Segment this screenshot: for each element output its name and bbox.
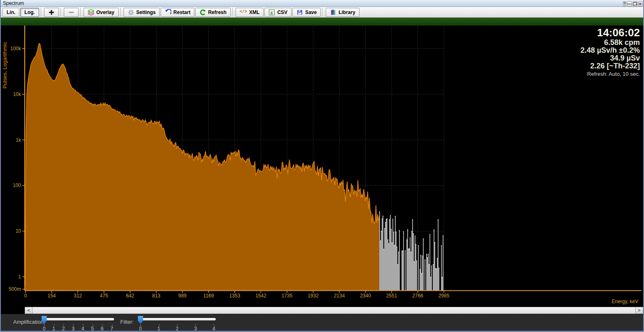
- svg-text:2985: 2985: [439, 293, 450, 299]
- plus-icon: [48, 9, 55, 16]
- svg-text:1735: 1735: [282, 293, 293, 299]
- spectrum-plot-area[interactable]: 0154312475642813989116913531542173519322…: [1, 26, 643, 307]
- log-button-label: Log.: [24, 9, 35, 15]
- svg-text:1: 1: [18, 274, 21, 280]
- scrollbar-thumb[interactable]: [33, 307, 635, 314]
- y-axis-title: Pulses, Logarithmic: [2, 42, 8, 89]
- slider-tick-label: 4: [80, 326, 86, 332]
- svg-text:312: 312: [74, 293, 82, 299]
- slider-tick-label: 5: [90, 326, 96, 332]
- window-title: Spectrum: [1, 0, 623, 7]
- zoom-in-button[interactable]: [44, 8, 59, 17]
- filter-slider-track[interactable]: [138, 318, 216, 320]
- restore-button[interactable]: ❐: [633, 1, 637, 7]
- svg-text:1k: 1k: [16, 137, 21, 143]
- slider-tick-label: 2: [61, 326, 66, 332]
- svg-text:100: 100: [13, 182, 21, 188]
- settings-button[interactable]: Settings: [124, 8, 160, 17]
- zoom-out-button[interactable]: [64, 8, 79, 17]
- save-button-label: Save: [305, 9, 317, 15]
- lin-button[interactable]: Lin.: [2, 8, 19, 17]
- header-strip: [1, 18, 643, 26]
- log-button[interactable]: Log.: [20, 8, 39, 17]
- filter-slider[interactable]: 01234: [138, 314, 216, 331]
- amplification-slider-track[interactable]: [42, 318, 114, 320]
- slider-tick-label: 2: [174, 326, 180, 332]
- svg-text:500m: 500m: [9, 286, 21, 292]
- svg-text:2551: 2551: [386, 293, 397, 299]
- svg-text:475: 475: [100, 293, 108, 299]
- x-axis-title: Energy, keV: [612, 299, 638, 304]
- svg-text:2340: 2340: [360, 293, 371, 299]
- amplification-label: Amplification:: [13, 319, 45, 325]
- spreadsheet-icon: X: [268, 9, 275, 16]
- svg-text:1542: 1542: [255, 293, 266, 299]
- csv-button[interactable]: XCSV: [264, 8, 292, 17]
- svg-text:0: 0: [24, 293, 27, 299]
- scroll-left-button[interactable]: <: [25, 307, 33, 314]
- floppy-icon: [296, 9, 303, 16]
- amplification-slider[interactable]: 01234567: [42, 314, 114, 331]
- library-button-label: Library: [338, 9, 355, 15]
- horizontal-scrollbar: < >: [1, 307, 643, 314]
- settings-button-label: Settings: [136, 9, 156, 15]
- gear-icon: [128, 9, 134, 16]
- refresh-arrow-icon: [199, 9, 206, 16]
- layers-icon: [88, 9, 94, 16]
- slider-tick-label: 3: [193, 326, 198, 332]
- window-controls: ?—❐✕: [623, 0, 643, 7]
- svg-text:154: 154: [47, 293, 56, 299]
- slider-tick-label: 1: [51, 326, 57, 332]
- readout-isotope: 2.26 [~Th-232]: [581, 62, 640, 70]
- library-button[interactable]: Library: [326, 8, 359, 17]
- save-button[interactable]: Save: [292, 8, 321, 17]
- overlay-button[interactable]: Overlay: [84, 8, 119, 17]
- book-icon: [330, 9, 336, 16]
- svg-text:1932: 1932: [308, 293, 319, 299]
- restart-button[interactable]: Restart: [161, 8, 194, 17]
- close-button[interactable]: ✕: [638, 1, 642, 7]
- toolbar-separator: [41, 8, 42, 16]
- svg-text:2766: 2766: [412, 293, 423, 299]
- minimize-button[interactable]: —: [627, 1, 632, 7]
- refresh-button-label: Refresh: [208, 9, 226, 15]
- toolbar: Lin.Log.OverlaySettingsRestartRefresh</>…: [1, 7, 643, 18]
- slider-tick-label: 7: [109, 326, 115, 332]
- scrollbar-spacer: [1, 307, 25, 314]
- svg-text:2134: 2134: [334, 293, 345, 299]
- slider-tick-label: 6: [99, 326, 105, 332]
- svg-text:1169: 1169: [203, 293, 214, 299]
- svg-text:100k: 100k: [10, 46, 21, 51]
- toolbar-separator: [61, 8, 61, 16]
- minus-icon: [68, 9, 75, 16]
- toolbar-separator: [232, 8, 233, 16]
- svg-text:989: 989: [178, 293, 187, 299]
- spectrum-chart: 0154312475642813989116913531542173519322…: [1, 26, 643, 307]
- filter-slider-handle[interactable]: [138, 316, 143, 324]
- amplification-slider-handle[interactable]: [42, 316, 47, 324]
- svg-text:813: 813: [152, 293, 160, 299]
- svg-text:10: 10: [16, 228, 21, 234]
- scroll-right-button[interactable]: >: [635, 307, 643, 314]
- refresh-button[interactable]: Refresh: [195, 8, 231, 17]
- xml-button[interactable]: </>XML: [236, 8, 264, 17]
- help-button[interactable]: ?: [623, 1, 626, 7]
- slider-tick-label: 0: [41, 326, 47, 332]
- undo-arrow-icon: [165, 9, 171, 16]
- slider-tick-label: 1: [156, 326, 162, 332]
- svg-text:642: 642: [126, 293, 134, 299]
- title-bar: Spectrum ?—❐✕: [1, 0, 643, 7]
- readout-dose-rate: 2.48 µSv/h ±0.2%: [581, 47, 640, 54]
- toolbar-separator: [80, 8, 81, 16]
- toolbar-separator: [322, 8, 323, 16]
- app-window: Spectrum ?—❐✕ Lin.Log.OverlaySettingsRes…: [0, 0, 644, 332]
- svg-text:X: X: [271, 11, 273, 15]
- csv-button-label: CSV: [277, 9, 287, 15]
- slider-tick-label: 3: [70, 326, 76, 332]
- overlay-button-label: Overlay: [96, 9, 114, 15]
- svg-text:1353: 1353: [229, 293, 240, 299]
- readout-time: 14:06:02: [581, 26, 640, 39]
- controls-panel: Amplification: 01234567 Filter: 01234: [1, 314, 643, 331]
- restart-button-label: Restart: [173, 9, 190, 15]
- readout-count-rate: 6.58k cpm: [581, 39, 640, 47]
